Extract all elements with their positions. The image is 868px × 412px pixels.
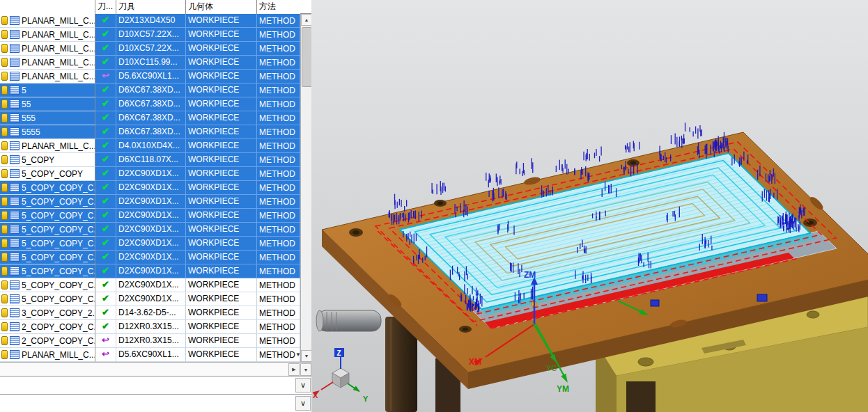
operation-name-cell[interactable]: 5_COPY_COPY_C...	[0, 223, 95, 237]
method-cell[interactable]: METHOD	[257, 56, 300, 70]
geometry-cell[interactable]: WORKPIECE	[186, 167, 257, 181]
tool-cell[interactable]: D2XC90XD1X...	[116, 181, 186, 195]
operation-row[interactable]: PLANAR_MILL_C...✔D4.0X10XD4X...WORKPIECE…	[0, 139, 300, 153]
operation-row[interactable]: 5_COPY_COPY_C...✔D2XC90XD1X...WORKPIECEM…	[0, 292, 300, 306]
geometry-cell[interactable]: WORKPIECE	[186, 334, 257, 348]
column-header-method[interactable]: 方法	[257, 0, 300, 14]
3d-scene[interactable]: ZM XM YC YM Z X Y	[311, 0, 868, 412]
method-cell[interactable]: METHOD	[257, 70, 300, 84]
method-cell[interactable]: METHOD	[257, 292, 300, 306]
geometry-cell[interactable]: WORKPIECE	[186, 209, 257, 223]
operation-name-cell[interactable]: 55	[0, 97, 95, 111]
operation-row[interactable]: 5_COPY_COPY_C...✔D2XC90XD1X...WORKPIECEM…	[0, 223, 300, 237]
tool-cell[interactable]: D4.0X10XD4X...	[116, 139, 186, 153]
tool-cell[interactable]: D6XC67.38XD...	[116, 125, 186, 139]
tool-cell[interactable]: D6XC67.38XD...	[116, 111, 186, 125]
geometry-cell[interactable]: WORKPIECE	[186, 70, 257, 84]
tool-cell[interactable]: D5.6XC90XL1...	[116, 70, 186, 84]
operation-row[interactable]: 55✔D6XC67.38XD...WORKPIECEMETHOD	[0, 97, 300, 111]
scroll-right-icon[interactable]: ▶	[288, 363, 300, 376]
scrollbar-thumb[interactable]	[302, 27, 312, 87]
column-header-tool[interactable]: 刀具	[116, 0, 186, 14]
geometry-cell[interactable]: WORKPIECE	[186, 348, 257, 362]
tool-cell[interactable]: D10XC115.99...	[116, 56, 186, 70]
geometry-cell[interactable]: WORKPIECE	[186, 14, 257, 28]
operation-row[interactable]: 5_COPY_COPY_C...✔D2XC90XD1X...WORKPIECEM…	[0, 278, 300, 292]
tool-cell[interactable]: D6XC67.38XD...	[116, 84, 186, 97]
operation-row[interactable]: PLANAR_MILL_C...✔D2X13XD4X50WORKPIECEMET…	[0, 14, 300, 28]
operation-name-cell[interactable]: 5_COPY_COPY_C...	[0, 251, 95, 264]
operation-name-cell[interactable]: PLANAR_MILL_C...	[0, 139, 95, 153]
operation-row[interactable]: PLANAR_MILL_C...↩D5.6XC90XL1...WORKPIECE…	[0, 70, 300, 84]
operation-name-cell[interactable]: PLANAR_MILL_C...	[0, 42, 95, 56]
operation-row[interactable]: 5_COPY_COPY_C...✔D2XC90XD1X...WORKPIECEM…	[0, 251, 300, 264]
geometry-cell[interactable]: WORKPIECE	[186, 251, 257, 264]
operation-name-cell[interactable]: 5_COPY	[0, 153, 95, 167]
tool-cell[interactable]: D2XC90XD1X...	[116, 292, 186, 306]
method-cell[interactable]: METHOD	[257, 181, 300, 195]
geometry-cell[interactable]: WORKPIECE	[186, 125, 257, 139]
tool-cell[interactable]: D12XR0.3X15...	[116, 320, 186, 334]
operation-name-cell[interactable]: 3_COPY_COPY_2...	[0, 306, 95, 320]
vertical-scrollbar[interactable]: ▲ ▼	[300, 14, 311, 362]
operation-row[interactable]: 5_COPY_COPY_C...✔D2XC90XD1X...WORKPIECEM…	[0, 237, 300, 251]
operation-row[interactable]: PLANAR_MILL_C...↩D5.6XC90XL1...WORKPIECE…	[0, 348, 300, 362]
horizontal-scrollbar[interactable]: ▶ ▼	[0, 362, 311, 376]
operation-row[interactable]: 5_COPY_COPY✔D2XC90XD1X...WORKPIECEMETHOD	[0, 167, 300, 181]
column-header-name[interactable]	[0, 0, 95, 14]
operation-name-cell[interactable]: 555	[0, 111, 95, 125]
operation-row[interactable]: 2_COPY_COPY_C...↩D12XR0.3X15...WORKPIECE…	[0, 334, 300, 348]
operation-row[interactable]: PLANAR_MILL_C...✔D10XC57.22X...WORKPIECE…	[0, 28, 300, 42]
method-cell[interactable]: METHOD	[257, 251, 300, 264]
tool-cell[interactable]: D2XC90XD1X...	[116, 251, 186, 264]
method-cell[interactable]: METHOD	[257, 195, 300, 209]
operation-name-cell[interactable]: PLANAR_MILL_C...	[0, 70, 95, 84]
method-cell[interactable]: METHOD	[257, 14, 300, 28]
method-cell[interactable]: METHOD	[257, 84, 300, 97]
operation-row[interactable]: 555✔D6XC67.38XD...WORKPIECEMETHOD	[0, 111, 300, 125]
chevron-down-icon[interactable]: ▼	[295, 349, 300, 361]
operation-name-cell[interactable]: 2_COPY_COPY_C...	[0, 320, 95, 334]
method-cell[interactable]: METHOD	[257, 334, 300, 348]
geometry-cell[interactable]: WORKPIECE	[186, 223, 257, 237]
operation-row[interactable]: 5_COPY✔D6XC118.07X...WORKPIECEMETHOD	[0, 153, 300, 167]
method-cell[interactable]: METHOD	[257, 167, 300, 181]
column-header-geometry[interactable]: 几何体	[186, 0, 257, 14]
tool-cell[interactable]: D14-3.62-D5-...	[116, 306, 186, 320]
scroll-up-icon[interactable]: ▲	[301, 14, 312, 26]
method-cell[interactable]: METHOD	[257, 125, 300, 139]
geometry-cell[interactable]: WORKPIECE	[186, 42, 257, 56]
geometry-cell[interactable]: WORKPIECE	[186, 153, 257, 167]
operation-name-cell[interactable]: 5_COPY_COPY_C...	[0, 264, 95, 278]
method-cell[interactable]: METHOD	[257, 223, 300, 237]
operation-row[interactable]: PLANAR_MILL_C...✔D10XC115.99...WORKPIECE…	[0, 56, 300, 70]
method-cell[interactable]: METHOD	[257, 153, 300, 167]
method-cell[interactable]: METHOD	[257, 42, 300, 56]
method-cell[interactable]: METHOD	[257, 264, 300, 278]
graphics-viewport[interactable]: ZM XM YC YM Z X Y	[311, 0, 868, 412]
pane-collapse-icon[interactable]: ∨	[295, 396, 311, 411]
operation-name-cell[interactable]: 5_COPY_COPY_C...	[0, 292, 95, 306]
operation-row[interactable]: 5_COPY_COPY_C...✔D2XC90XD1X...WORKPIECEM…	[0, 195, 300, 209]
method-cell[interactable]: METHOD	[257, 278, 300, 292]
geometry-cell[interactable]: WORKPIECE	[186, 292, 257, 306]
method-cell[interactable]: METHOD	[257, 306, 300, 320]
operation-row[interactable]: 5_COPY_COPY_C...✔D2XC90XD1X...WORKPIECEM…	[0, 181, 300, 195]
geometry-cell[interactable]: WORKPIECE	[186, 306, 257, 320]
geometry-cell[interactable]: WORKPIECE	[186, 111, 257, 125]
geometry-cell[interactable]: WORKPIECE	[186, 56, 257, 70]
tool-cell[interactable]: D10XC57.22X...	[116, 42, 186, 56]
operation-name-cell[interactable]: 5_COPY_COPY_C...	[0, 181, 95, 195]
operation-row[interactable]: 3_COPY_COPY_2...✔D14-3.62-D5-...WORKPIEC…	[0, 306, 300, 320]
operation-row[interactable]: 5555✔D6XC67.38XD...WORKPIECEMETHOD	[0, 125, 300, 139]
operation-name-cell[interactable]: 5_COPY_COPY_C...	[0, 278, 95, 292]
tool-cell[interactable]: D2X13XD4X50	[116, 14, 186, 28]
method-cell[interactable]: METHOD	[257, 209, 300, 223]
operation-name-cell[interactable]: PLANAR_MILL_C...	[0, 56, 95, 70]
tool-cell[interactable]: D2XC90XD1X...	[116, 195, 186, 209]
pane-collapse-icon[interactable]: ∨	[295, 378, 311, 393]
geometry-cell[interactable]: WORKPIECE	[186, 195, 257, 209]
operation-name-cell[interactable]: 2_COPY_COPY_C...	[0, 334, 95, 348]
tool-cell[interactable]: D6XC118.07X...	[116, 153, 186, 167]
tool-cell[interactable]: D12XR0.3X15...	[116, 334, 186, 348]
